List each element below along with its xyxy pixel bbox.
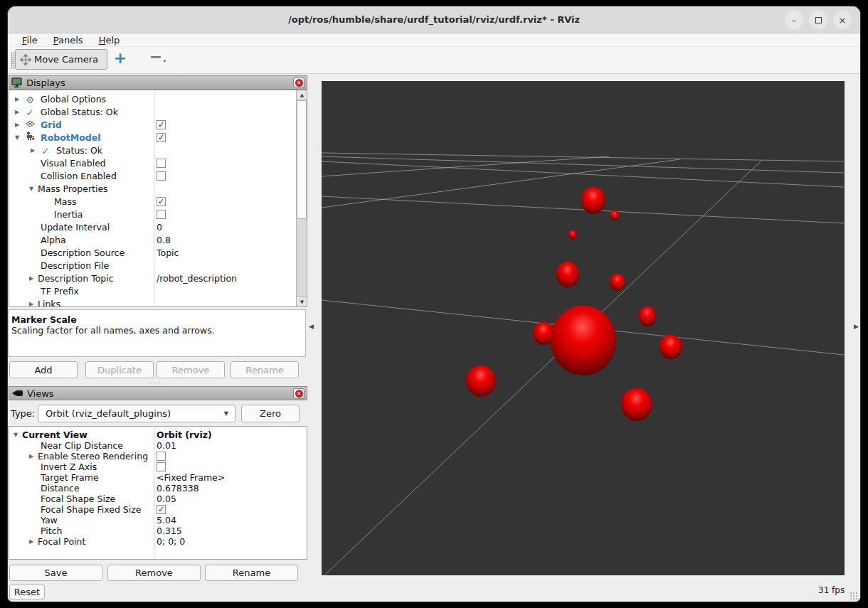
chevron-right-icon[interactable]: ▶ [31, 147, 39, 154]
displays-close-button[interactable]: ✕ [293, 78, 305, 88]
property-value[interactable]: Topic [157, 247, 179, 258]
displays-row-status-ok[interactable]: ▶✓Status: Ok [9, 144, 307, 156]
close-button[interactable]: × [833, 11, 852, 29]
property-value[interactable]: 0 [157, 222, 162, 233]
resize-grip[interactable] [850, 592, 858, 600]
chevron-down-icon[interactable]: ▼ [15, 134, 23, 141]
robot-model-icon [23, 131, 36, 144]
views-row-target-frame[interactable]: Target Frame<Fixed Frame> [9, 472, 307, 483]
displays-row-inertia[interactable]: Inertia [9, 208, 307, 220]
views-row-enable-stereo-rendering[interactable]: ▶Enable Stereo Rendering [9, 451, 307, 462]
remove-tool-button[interactable]: − ▾ [147, 48, 164, 70]
maximize-button[interactable] [809, 11, 827, 29]
remove-tool-dropdown-icon[interactable]: ▾ [163, 53, 166, 70]
checkbox-unchecked[interactable] [157, 210, 166, 219]
displays-row-alpha[interactable]: Alpha0.8 [9, 233, 307, 246]
displays-row-tf-prefix[interactable]: TF Prefix [9, 284, 307, 297]
property-value[interactable]: 0.05 [157, 494, 176, 504]
property-value[interactable]: 0.315 [157, 526, 182, 536]
views-row-focal-shape-size[interactable]: Focal Shape Size0.05 [9, 494, 307, 504]
displays-row-robotmodel[interactable]: ▼RobotModel✓ [9, 131, 307, 144]
remove-tool-glyph: − [149, 48, 162, 65]
collapse-right-arrow-icon[interactable]: ▶ [854, 323, 859, 330]
chevron-right-icon[interactable]: ▶ [15, 96, 23, 102]
remove-button[interactable]: Remove [157, 361, 225, 378]
move-camera-tool-button[interactable]: Move Camera [15, 49, 107, 70]
property-value[interactable]: <Fixed Frame> [157, 472, 225, 483]
displays-row-grid[interactable]: ▶Grid✓ [9, 118, 307, 131]
chevron-right-icon[interactable]: ▶ [29, 275, 38, 282]
chevron-right-icon[interactable]: ▶ [29, 453, 38, 459]
views-row-near-clip-distance[interactable]: Near Clip Distance0.01 [9, 440, 307, 451]
displays-row-collision-enabled[interactable]: Collision Enabled [9, 169, 307, 182]
menu-item-help[interactable]: Help [99, 35, 120, 46]
views-row-focal-point[interactable]: ▶Focal Point0; 0; 0 [9, 536, 307, 547]
checkbox-checked[interactable]: ✓ [157, 197, 166, 206]
checkbox-checked[interactable]: ✓ [157, 505, 166, 514]
chevron-down-icon[interactable]: ▼ [14, 432, 22, 438]
menu-item-panels[interactable]: Panels [53, 35, 83, 46]
checkbox-unchecked[interactable] [157, 462, 166, 471]
view-type-combobox[interactable]: Orbit (rviz_default_plugins) ▼ [38, 405, 235, 422]
property-value[interactable]: 5.04 [157, 515, 176, 526]
checkbox-checked[interactable]: ✓ [157, 133, 166, 142]
views-row-current-view[interactable]: ▼Current ViewOrbit (rviz) [9, 430, 307, 440]
displays-row-global-status-ok[interactable]: ▶✓Global Status: Ok [9, 105, 307, 118]
chevron-down-icon[interactable]: ▼ [29, 186, 38, 192]
rename-button[interactable]: Rename [231, 361, 299, 378]
mass-sphere [581, 187, 605, 214]
views-row-distance[interactable]: Distance0.678338 [9, 483, 307, 494]
render-viewport[interactable] [322, 81, 845, 575]
minimize-button[interactable]: – [785, 11, 803, 29]
displays-row-links[interactable]: ▶Links [9, 297, 307, 307]
displays-panel-header[interactable]: Displays ✕ [9, 75, 307, 90]
property-value[interactable]: Orbit (rviz) [157, 430, 212, 440]
collapse-left-arrow-icon[interactable]: ◀ [309, 323, 314, 330]
save-button[interactable]: Save [9, 565, 102, 581]
property-value[interactable]: 0.678338 [157, 483, 199, 494]
add-tool-button[interactable]: + [112, 48, 129, 70]
displays-row-visual-enabled[interactable]: Visual Enabled [9, 156, 307, 169]
menu-item-file[interactable]: File [22, 35, 38, 46]
views-row-invert-z-axis[interactable]: Invert Z Axis [9, 462, 307, 472]
chevron-right-icon[interactable]: ▶ [29, 538, 38, 545]
views-tree: ▼Current ViewOrbit (rviz)Near Clip Dista… [9, 426, 307, 560]
displays-row-description-topic[interactable]: ▶Description Topic/robot_description [9, 272, 307, 284]
grid-line [322, 161, 844, 187]
views-row-focal-shape-fixed-size[interactable]: Focal Shape Fixed Size✓ [9, 504, 307, 515]
displays-row-description-file[interactable]: Description File [9, 259, 307, 272]
property-value[interactable]: 0; 0; 0 [157, 536, 185, 547]
property-label: Mass [54, 196, 76, 207]
views-camera-icon [11, 388, 23, 398]
title-bar[interactable]: /opt/ros/humble/share/urdf_tutorial/rviz… [8, 6, 860, 33]
duplicate-button[interactable]: Duplicate [85, 361, 154, 378]
checkbox-unchecked[interactable] [157, 452, 166, 461]
views-close-icon: ✕ [295, 390, 303, 398]
chevron-right-icon[interactable]: ▶ [29, 301, 38, 307]
displays-row-mass[interactable]: Mass✓ [9, 195, 307, 208]
views-close-button[interactable]: ✕ [293, 388, 305, 399]
chevron-right-icon[interactable]: ▶ [15, 109, 23, 115]
rename-button[interactable]: Rename [205, 565, 298, 581]
displays-row-update-interval[interactable]: Update Interval0 [9, 220, 307, 233]
displays-row-global-options[interactable]: ▶⚙Global Options [9, 92, 307, 105]
zero-button[interactable]: Zero [241, 405, 300, 422]
remove-button[interactable]: Remove [107, 565, 201, 581]
checkbox-checked[interactable]: ✓ [157, 120, 166, 129]
add-button[interactable]: Add [9, 361, 78, 378]
checkbox-unchecked[interactable] [157, 159, 166, 168]
views-row-pitch[interactable]: Pitch0.315 [9, 526, 307, 536]
checkbox-unchecked[interactable] [157, 171, 166, 181]
property-label: Global Options [41, 94, 106, 105]
property-label: Description File [41, 260, 109, 271]
property-value[interactable]: 0.8 [157, 235, 171, 245]
views-panel-header[interactable]: Views ✕ [9, 386, 307, 400]
property-value[interactable]: /robot_description [157, 273, 237, 284]
property-label: Alpha [41, 235, 66, 245]
property-value[interactable]: 0.01 [157, 440, 176, 451]
displays-row-mass-properties[interactable]: ▼Mass Properties [9, 182, 307, 195]
reset-button[interactable]: Reset [9, 585, 45, 599]
chevron-right-icon[interactable]: ▶ [15, 122, 23, 128]
views-row-yaw[interactable]: Yaw5.04 [9, 515, 307, 526]
displays-row-description-source[interactable]: Description SourceTopic [9, 246, 307, 259]
